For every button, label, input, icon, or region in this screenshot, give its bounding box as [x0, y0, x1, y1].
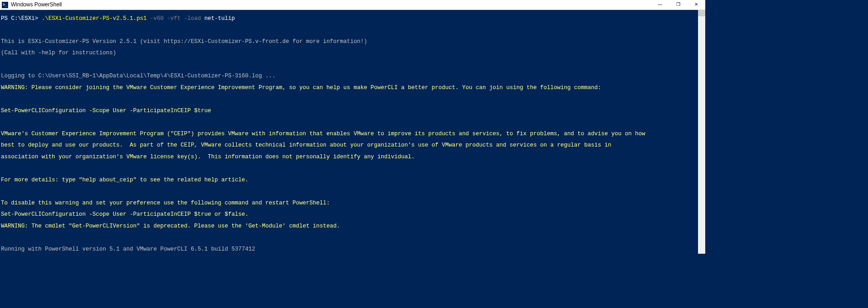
window-controls: — ❐ ✕ [651, 0, 705, 10]
warning-line: best to deploy and use our products. As … [1, 142, 611, 148]
scrollbar-thumb[interactable] [698, 10, 705, 16]
warning-line: VMware's Customer Experience Improvement… [1, 131, 645, 137]
log-line: Logging to C:\Users\SSI_RB~1\AppData\Loc… [1, 73, 704, 79]
command-args-white: net-tulip [201, 15, 235, 22]
warning-line: For more details: type "help about_ceip"… [1, 177, 249, 183]
intro-line: This is ESXi-Customizer-PS Version 2.5.1… [1, 39, 704, 45]
terminal-container: PS C:\ESXi> .\ESXi-Customizer-PS-v2.5.1.… [0, 10, 705, 254]
command-script: .\ESXi-Customizer-PS-v2.5.1.ps1 [42, 15, 147, 22]
window-titlebar: >_ Windows PowerShell — ❐ ✕ [0, 0, 705, 10]
run-line: Running with PowerShell version 5.1 and … [1, 246, 704, 252]
warning-line: Set-PowerCLIConfiguration -Scope User -P… [1, 211, 249, 218]
warning-line: association with your organization's VMw… [1, 154, 415, 160]
warning-line: To disable this warning and set your pre… [1, 200, 330, 206]
prompt-path: C:\ESXi> [11, 15, 42, 22]
command-args-gray: -v60 -vft -load [147, 15, 201, 22]
warning-line: WARNING: The cmdlet "Get-PowerCLIVersion… [1, 223, 340, 229]
window-title: Windows PowerShell [11, 2, 62, 7]
intro-line: (Call with -help for instructions) [1, 50, 704, 56]
maximize-button[interactable]: ❐ [669, 0, 687, 10]
powershell-icon: >_ [2, 2, 8, 8]
vertical-scrollbar[interactable] [698, 10, 705, 254]
close-button[interactable]: ✕ [687, 0, 705, 10]
prompt-ps: PS [1, 15, 11, 22]
warning-line: WARNING: Please consider joining the VMw… [1, 85, 601, 91]
warning-line: Set-PowerCLIConfiguration -Scope User -P… [1, 108, 211, 114]
minimize-button[interactable]: — [651, 0, 669, 10]
terminal-output[interactable]: PS C:\ESXi> .\ESXi-Customizer-PS-v2.5.1.… [0, 10, 705, 254]
titlebar-left: >_ Windows PowerShell [2, 2, 62, 8]
